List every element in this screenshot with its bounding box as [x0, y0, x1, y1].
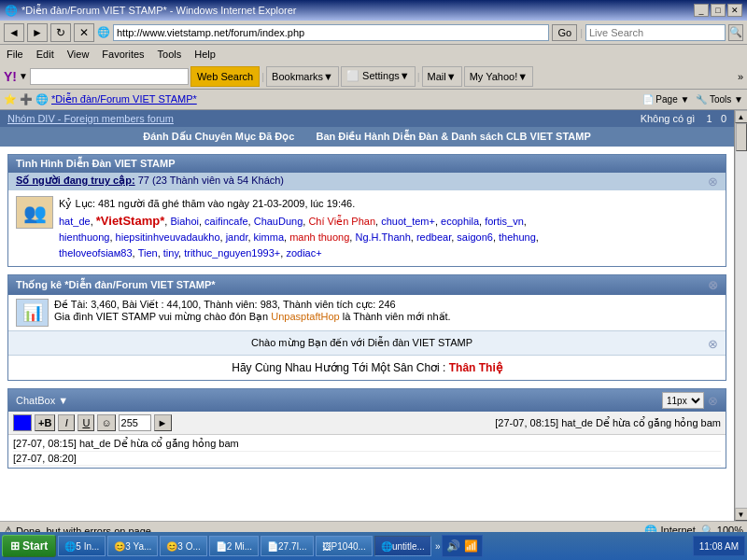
user-biahoi[interactable]: Biahoi — [170, 216, 199, 227]
msg-content: Dể hừa cổ gắng hỏng bam — [114, 438, 239, 449]
extend-button[interactable]: » — [738, 71, 743, 82]
taskbar-more[interactable]: » — [435, 541, 441, 552]
refresh-button[interactable]: ↻ — [50, 23, 71, 42]
user-vietstamp[interactable]: *VietStamp* — [96, 214, 164, 228]
user-chuot-tem[interactable]: chuot_tem+ — [381, 216, 435, 227]
nav-link-admin[interactable]: Ban Điều Hành Diễn Đàn & Danh sách CLB V… — [316, 131, 590, 142]
search-input[interactable] — [585, 24, 726, 41]
taskbar-item-6[interactable]: 🌐 untitle... — [374, 536, 431, 556]
menu-edit[interactable]: Edit — [34, 48, 57, 61]
user-avatar-icon: 👥 — [16, 196, 53, 229]
taskbar-item-2[interactable]: 😊 3 O... — [160, 536, 206, 556]
underline-button[interactable]: U — [78, 414, 94, 431]
taskbar-item-4[interactable]: 📄 27.7I... — [261, 536, 314, 556]
chatbox-collapse-icon[interactable]: ⊗ — [708, 394, 718, 408]
go-button[interactable]: Go — [552, 24, 577, 41]
user-hienthuong[interactable]: hienthuong — [59, 231, 109, 243]
settings-button[interactable]: ⬜ Settings▼ — [341, 66, 416, 87]
user-hat-de[interactable]: hat_de — [59, 216, 91, 227]
user-list: Kỷ Lục: 481 người đã ghé thăm vào ngày 2… — [59, 196, 539, 260]
search-icon-button[interactable]: 🔍 — [728, 24, 743, 41]
minimize-button[interactable]: _ — [694, 4, 709, 17]
system-tray: 🔊 📶 — [442, 535, 483, 557]
send-button[interactable]: ► — [154, 414, 172, 431]
user-tien[interactable]: Tien — [138, 247, 158, 259]
start-button[interactable]: ⊞ Start — [2, 535, 56, 557]
user-zodiac[interactable]: zodiac+ — [286, 247, 321, 259]
menu-file[interactable]: File — [4, 48, 26, 61]
user-tiny[interactable]: tiny — [163, 247, 178, 259]
mail-button[interactable]: Mail▼ — [422, 66, 462, 87]
menu-view[interactable]: View — [64, 48, 92, 61]
main-content: Nhóm DIV - Foreign members forum Không c… — [0, 110, 734, 521]
taskbar-item-3[interactable]: 📄 2 Mi... — [209, 536, 259, 556]
menu-favorites[interactable]: Favorites — [99, 48, 147, 61]
yahoo-search-input[interactable] — [30, 68, 189, 85]
address-input[interactable] — [113, 24, 549, 41]
welcome-collapse-icon[interactable]: ⊗ — [708, 337, 718, 351]
user-thehung[interactable]: thehung — [499, 231, 536, 243]
back-button[interactable]: ◄ — [4, 23, 24, 42]
favorites-tab[interactable]: *Diễn đàn/Forum VIET STAMP* — [51, 93, 197, 105]
user-theloveofsiam[interactable]: theloveofsiам83 — [59, 247, 133, 259]
bold-button[interactable]: +B — [35, 414, 55, 431]
motto-text: Hãy Cùng Nhau Hướng Tới Một Sân Chơi : — [232, 361, 445, 374]
user-fortis-vn[interactable]: fortis_vn — [485, 216, 524, 227]
online-section: Tình Hình Diễn Đàn VIET STAMP Số người đ… — [7, 154, 726, 267]
italic-button[interactable]: I — [58, 414, 75, 431]
chatbox-font-size[interactable]: 11px — [662, 392, 704, 409]
menu-tools[interactable]: Tools — [155, 48, 185, 61]
myyahoo-button[interactable]: My Yahoo!▼ — [464, 66, 533, 87]
chatbox-title[interactable]: ChatBox ▼ — [16, 395, 68, 406]
taskbar-item-1[interactable]: 😊 3 Ya... — [107, 536, 158, 556]
close-button[interactable]: ✕ — [727, 4, 742, 17]
user-ng-h-thanh[interactable]: Ng.H.Thanh — [355, 231, 410, 243]
online-count-link[interactable]: Số người đang truy cập: — [16, 175, 135, 186]
taskbar-icon-2: 😊 — [166, 541, 177, 552]
color-picker[interactable] — [13, 414, 32, 431]
window-title: *Diễn đàn/Forum VIET STAMP* - Windows In… — [21, 5, 297, 17]
user-kimma[interactable]: kimma — [254, 231, 284, 243]
user-manh-thuong[interactable]: manh thuong — [289, 231, 349, 243]
taskbar: ⊞ Start 🌐 5 In... 😊 3 Ya... 😊 3 O... 📄 2… — [0, 532, 747, 560]
online-section-header: Tình Hình Diễn Đàn VIET STAMP — [8, 155, 726, 173]
user-jandr[interactable]: jandr — [226, 231, 248, 243]
user-hiepsitinhveuvadaukho[interactable]: hiepsitinhveuvadaukho — [116, 231, 220, 243]
user-saigon6[interactable]: saigon6 — [457, 231, 493, 243]
menu-help[interactable]: Help — [191, 48, 218, 61]
maximize-button[interactable]: □ — [711, 4, 726, 17]
web-search-button[interactable]: Web Search — [190, 66, 260, 87]
fav-star: ⭐ — [4, 93, 17, 105]
right-scrollbar[interactable]: ▲ ▼ — [734, 110, 747, 521]
forward-button[interactable]: ► — [27, 23, 48, 42]
emoji-button[interactable]: ☺ — [97, 414, 115, 431]
forum-stats: Không có gì 1 0 — [641, 113, 726, 124]
new-member-link[interactable]: UnpasptaftHop — [271, 311, 339, 322]
stop-button[interactable]: ✕ — [74, 23, 94, 42]
scroll-track[interactable] — [736, 123, 747, 508]
record-text: Kỷ Lục: 481 người đã ghé thăm vào ngày 2… — [59, 198, 355, 209]
user-redbear[interactable]: redbear — [416, 231, 451, 243]
user-caifincafe[interactable]: caifincafe — [204, 216, 247, 227]
yahoo-dropdown[interactable]: ▼ — [19, 71, 28, 81]
taskbar-item-0[interactable]: 🌐 5 In... — [58, 536, 106, 556]
forum-category[interactable]: Nhóm DIV - Foreign members forum — [7, 113, 174, 124]
online-title: Tình Hình Diễn Đàn VIET STAMP — [16, 158, 176, 170]
user-ecophila[interactable]: ecophila — [441, 216, 479, 227]
nav-links-bar: Đánh Dấu Chuyên Mục Đã Đọc Ban Điều Hành… — [0, 127, 734, 147]
scroll-up-button[interactable]: ▲ — [735, 110, 748, 123]
page-tools[interactable]: 📄 Page ▼ — [642, 94, 690, 105]
scroll-thumb[interactable] — [736, 123, 747, 151]
collapse-icon[interactable]: ⊗ — [708, 175, 718, 189]
nav-link-mark-read[interactable]: Đánh Dấu Chuyên Mục Đã Đọc — [143, 131, 294, 142]
user-chivienphan[interactable]: Chí Viễn Phan — [308, 216, 375, 227]
bookmarks-button[interactable]: Bookmarks▼ — [266, 66, 339, 87]
chat-message-input[interactable] — [119, 414, 151, 431]
user-trithuc[interactable]: trithuc_nguyen1993+ — [184, 247, 280, 259]
scroll-down-button[interactable]: ▼ — [735, 508, 748, 521]
user-chaudung[interactable]: ChauDung — [254, 216, 303, 227]
taskbar-icon-3: 📄 — [216, 541, 227, 552]
taskbar-item-5[interactable]: 🖼 P1040... — [316, 536, 373, 556]
stats-collapse-icon[interactable]: ⊗ — [708, 278, 718, 292]
tools-dropdown[interactable]: 🔧 Tools ▼ — [696, 94, 743, 105]
